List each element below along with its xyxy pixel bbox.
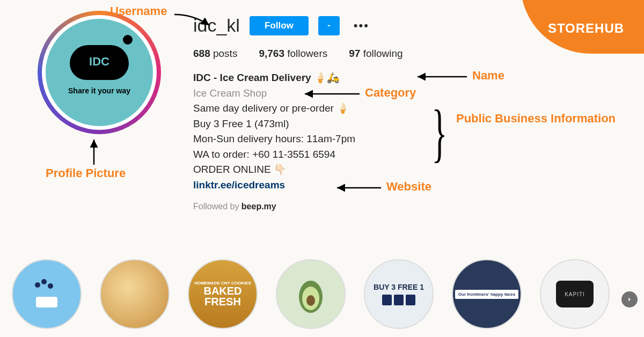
avatar-story-ring[interactable]: IDC Share it your way [38,11,161,134]
svg-point-1 [41,279,47,284]
highlight-5[interactable]: BUY 3 FREE 1 [364,259,434,329]
bio-line-1: Same day delivery or pre-order 🍦 [193,101,623,116]
highlight-5-title: BUY 3 FREE 1 [374,283,424,291]
highlight-4[interactable] [276,259,346,329]
bio: IDC - Ice Cream Delivery 🍦🛵 Ice Cream Sh… [193,70,623,213]
svg-point-0 [35,282,40,288]
svg-rect-3 [36,297,57,307]
stat-posts: 688 posts [193,48,237,60]
highlights-next-button[interactable] [621,291,638,307]
suggested-dropdown-button[interactable] [318,16,340,35]
category: Ice Cream Shop [193,86,623,101]
stats-row: 688 posts 9,763 followers 97 following [193,48,623,60]
highlight-7[interactable]: KAPITI [540,259,610,329]
bio-line-4: WA to order: +60 11-3551 6594 [193,147,623,163]
followed-by: Followed by beep.my [193,200,623,213]
stat-following[interactable]: 97 following [349,48,402,60]
bio-line-2: Buy 3 Free 1 (473ml) [193,116,623,132]
avatar-logo-cloud: IDC [70,45,129,80]
story-highlights: HOMEMADE CNY COOKIES BAKED FRESH BUY 3 F… [12,259,644,329]
highlight-3[interactable]: HOMEMADE CNY COOKIES BAKED FRESH [188,259,258,329]
website-link[interactable]: linktr.ee/icedreams [193,179,285,191]
avatar-logo-text: IDC [70,55,129,69]
svg-point-6 [306,295,315,306]
follow-button[interactable]: Follow [250,16,309,35]
display-name: IDC - Ice Cream Delivery 🍦🛵 [193,70,623,86]
highlight-1[interactable] [12,259,82,329]
followed-by-user[interactable]: beep.my [241,202,276,211]
avatar-story-inner: IDC Share it your way [42,15,157,130]
brand-name: STOREHUB [548,21,624,36]
avatar-container: IDC Share it your way [38,11,161,213]
more-options-button[interactable]: ••• [349,17,374,35]
chevron-right-icon [626,296,633,303]
chevron-down-icon [325,22,333,30]
highlight-1-thumb [28,275,65,313]
avatar: IDC Share it your way [46,19,153,126]
avatar-tagline: Share it your way [68,86,130,95]
username: idc_kl [193,15,240,36]
stat-followers[interactable]: 9,763 followers [259,48,327,60]
highlight-6[interactable]: Our frontliners' happy faces [452,259,522,329]
bio-line-5: ORDER ONLINE 👇🏻 [193,162,623,178]
highlight-6-caption: Our frontliners' happy faces [455,290,518,299]
annotation-brace: } [431,107,447,159]
avocado-icon [295,273,327,316]
highlight-7-label: KAPITI [565,291,585,297]
svg-point-2 [48,283,53,289]
highlight-2[interactable] [100,259,170,329]
highlight-3-title: BAKED FRESH [189,285,257,307]
bio-line-3: Mon-Sun delivery hours: 11am-7pm [193,131,623,147]
